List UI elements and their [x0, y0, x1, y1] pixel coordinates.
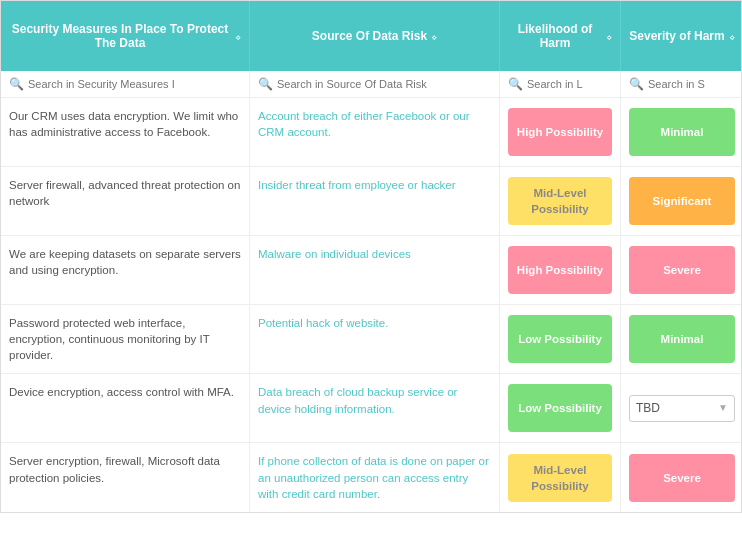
- search-input-security[interactable]: [28, 78, 241, 90]
- source-link-5[interactable]: If phone collecton of data is done on pa…: [258, 453, 491, 501]
- cell-security-5: Server encryption, firewall, Microsoft d…: [1, 443, 250, 511]
- cell-likelihood-4: Low Possibility: [500, 374, 621, 442]
- sort-icon-severity[interactable]: ⬦: [729, 31, 735, 42]
- cell-security-3: Password protected web interface, encryp…: [1, 305, 250, 373]
- table-row: Server firewall, advanced threat protect…: [1, 167, 741, 236]
- cell-source-5: If phone collecton of data is done on pa…: [250, 443, 500, 511]
- cell-source-0: Account breach of either Facebook or our…: [250, 98, 500, 166]
- cell-severity-4[interactable]: TBD▼: [621, 374, 742, 442]
- search-icon-severity: 🔍: [629, 77, 644, 91]
- cell-security-2: We are keeping datasets on separate serv…: [1, 236, 250, 304]
- cell-source-2: Malware on individual devices: [250, 236, 500, 304]
- likelihood-badge-3: Low Possibility: [508, 315, 612, 363]
- header-likelihood-label: Likelihood of Harm: [508, 22, 602, 50]
- search-icon-likelihood: 🔍: [508, 77, 523, 91]
- table-row: We are keeping datasets on separate serv…: [1, 236, 741, 305]
- cell-likelihood-0: High Possibility: [500, 98, 621, 166]
- source-link-0[interactable]: Account breach of either Facebook or our…: [258, 108, 491, 140]
- likelihood-badge-2: High Possibility: [508, 246, 612, 294]
- sort-icon-security[interactable]: ⬦: [235, 31, 241, 42]
- search-input-severity[interactable]: [648, 78, 735, 90]
- search-cell-source: 🔍: [250, 71, 500, 97]
- data-table: Security Measures In Place To Protect Th…: [0, 0, 742, 513]
- cell-likelihood-3: Low Possibility: [500, 305, 621, 373]
- search-cell-severity: 🔍: [621, 71, 742, 97]
- cell-security-4: Device encryption, access control with M…: [1, 374, 250, 442]
- source-link-4[interactable]: Data breach of cloud backup service or d…: [258, 384, 491, 416]
- table-row: Device encryption, access control with M…: [1, 374, 741, 443]
- source-link-1[interactable]: Insider threat from employee or hacker: [258, 177, 456, 193]
- header-source: Source Of Data Risk ⬦: [250, 1, 500, 71]
- table-header: Security Measures In Place To Protect Th…: [1, 1, 741, 71]
- header-security: Security Measures In Place To Protect Th…: [1, 1, 250, 71]
- search-input-likelihood[interactable]: [527, 78, 612, 90]
- cell-source-1: Insider threat from employee or hacker: [250, 167, 500, 235]
- header-severity: Severity of Harm ⬦: [621, 1, 742, 71]
- cell-severity-0: Minimal: [621, 98, 742, 166]
- search-row: 🔍 🔍 🔍 🔍: [1, 71, 741, 98]
- cell-security-1: Server firewall, advanced threat protect…: [1, 167, 250, 235]
- sort-icon-likelihood[interactable]: ⬦: [606, 31, 612, 42]
- header-source-label: Source Of Data Risk: [312, 29, 427, 43]
- likelihood-badge-5: Mid-Level Possibility: [508, 454, 612, 502]
- cell-likelihood-1: Mid-Level Possibility: [500, 167, 621, 235]
- source-link-2[interactable]: Malware on individual devices: [258, 246, 411, 262]
- sort-icon-source[interactable]: ⬦: [431, 31, 437, 42]
- cell-likelihood-5: Mid-Level Possibility: [500, 443, 621, 511]
- search-icon-security: 🔍: [9, 77, 24, 91]
- table-body: Our CRM uses data encryption. We limit w…: [1, 98, 741, 512]
- likelihood-badge-0: High Possibility: [508, 108, 612, 156]
- search-input-source[interactable]: [277, 78, 491, 90]
- cell-security-0: Our CRM uses data encryption. We limit w…: [1, 98, 250, 166]
- cell-likelihood-2: High Possibility: [500, 236, 621, 304]
- table-row: Our CRM uses data encryption. We limit w…: [1, 98, 741, 167]
- cell-severity-5: Severe: [621, 443, 742, 511]
- search-icon-source: 🔍: [258, 77, 273, 91]
- header-security-label: Security Measures In Place To Protect Th…: [9, 22, 231, 50]
- search-cell-security: 🔍: [1, 71, 250, 97]
- cell-source-4: Data breach of cloud backup service or d…: [250, 374, 500, 442]
- table-row: Password protected web interface, encryp…: [1, 305, 741, 374]
- header-likelihood: Likelihood of Harm ⬦: [500, 1, 621, 71]
- header-severity-label: Severity of Harm: [629, 29, 724, 43]
- cell-source-3: Potential hack of website.: [250, 305, 500, 373]
- cell-severity-3: Minimal: [621, 305, 742, 373]
- table-row: Server encryption, firewall, Microsoft d…: [1, 443, 741, 511]
- cell-severity-2: Severe: [621, 236, 742, 304]
- cell-severity-1: Significant: [621, 167, 742, 235]
- likelihood-badge-4: Low Possibility: [508, 384, 612, 432]
- source-link-3[interactable]: Potential hack of website.: [258, 315, 388, 331]
- search-cell-likelihood: 🔍: [500, 71, 621, 97]
- likelihood-badge-1: Mid-Level Possibility: [508, 177, 612, 225]
